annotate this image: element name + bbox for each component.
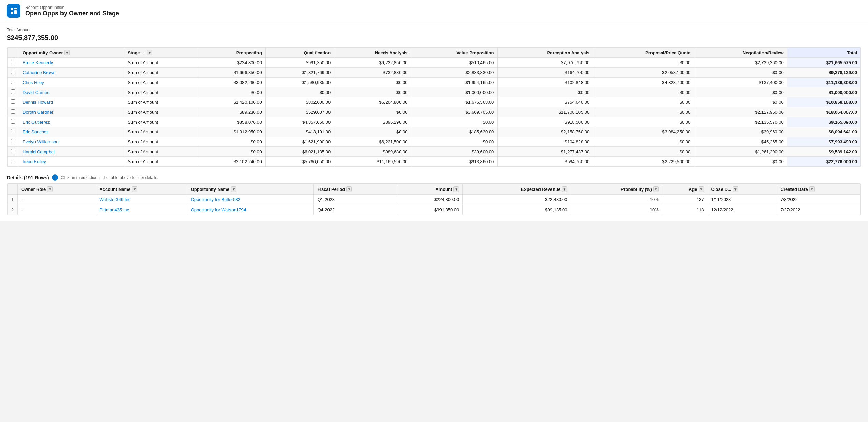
pivot-negotiation[interactable]: $2,739,360.00 (694, 58, 787, 68)
pivot-qualification[interactable]: $1,580,935.00 (265, 78, 334, 87)
pivot-needs-analysis[interactable]: $0.00 (334, 127, 411, 137)
pivot-perception-analysis[interactable]: $754,640.00 (498, 97, 593, 107)
pivot-negotiation[interactable]: $0.00 (694, 157, 787, 167)
pivot-prospecting[interactable]: $89,230.00 (197, 107, 265, 117)
pivot-proposal[interactable]: $0.00 (593, 137, 694, 147)
pivot-qualification[interactable]: $991,350.00 (265, 58, 334, 68)
pivot-needs-analysis[interactable]: $895,290.00 (334, 117, 411, 127)
pivot-needs-analysis[interactable]: $6,204,800.00 (334, 97, 411, 107)
pivot-owner[interactable]: Irene Kelley (19, 157, 124, 167)
pivot-row-checkbox[interactable] (8, 147, 19, 157)
pivot-prospecting[interactable]: $1,312,950.00 (197, 127, 265, 137)
created-date-filter-btn[interactable]: ▼ (809, 186, 815, 192)
pivot-perception-analysis[interactable]: $104,828.00 (498, 137, 593, 147)
close-date-filter-btn[interactable]: ▼ (733, 186, 738, 192)
pivot-owner[interactable]: Catherine Brown (19, 68, 124, 78)
pivot-owner[interactable]: Chris Riley (19, 78, 124, 87)
pivot-negotiation[interactable]: $39,960.00 (694, 127, 787, 137)
pivot-value-proposition[interactable]: $2,833,830.00 (411, 68, 498, 78)
pivot-prospecting[interactable]: $3,082,260.00 (197, 78, 265, 87)
pivot-negotiation[interactable]: $0.00 (694, 97, 787, 107)
detail-opportunity-name[interactable]: Opportunity for Butler582 (187, 195, 314, 205)
pivot-proposal[interactable]: $0.00 (593, 117, 694, 127)
pivot-value-proposition[interactable]: $0.00 (411, 117, 498, 127)
pivot-needs-analysis[interactable]: $9,222,850.00 (334, 58, 411, 68)
pivot-qualification[interactable]: $413,101.00 (265, 127, 334, 137)
pivot-perception-analysis[interactable]: $1,277,437.00 (498, 147, 593, 157)
pivot-prospecting[interactable]: $1,420,100.00 (197, 97, 265, 107)
age-filter-btn[interactable]: ▼ (699, 186, 704, 192)
pivot-row-checkbox[interactable] (8, 87, 19, 97)
pivot-value-proposition[interactable]: $913,860.00 (411, 157, 498, 167)
pivot-row-checkbox[interactable] (8, 117, 19, 127)
pivot-negotiation[interactable]: $1,261,290.00 (694, 147, 787, 157)
pivot-owner[interactable]: Eric Sanchez (19, 127, 124, 137)
pivot-total[interactable]: $8,094,641.00 (787, 127, 860, 137)
pivot-row-checkbox[interactable] (8, 58, 19, 68)
pivot-value-proposition[interactable]: $1,954,165.00 (411, 78, 498, 87)
pivot-needs-analysis[interactable]: $11,169,590.00 (334, 157, 411, 167)
pivot-qualification[interactable]: $5,766,050.00 (265, 157, 334, 167)
pivot-prospecting[interactable]: $2,102,240.00 (197, 157, 265, 167)
pivot-needs-analysis[interactable]: $0.00 (334, 107, 411, 117)
pivot-value-proposition[interactable]: $39,600.00 (411, 147, 498, 157)
pivot-value-proposition[interactable]: $510,465.00 (411, 58, 498, 68)
pivot-row-checkbox[interactable] (8, 107, 19, 117)
pivot-owner[interactable]: Eric Gutierrez (19, 117, 124, 127)
pivot-row-checkbox[interactable] (8, 78, 19, 87)
stage-filter-btn[interactable]: ▼ (147, 50, 152, 55)
pivot-qualification[interactable]: $1,821,769.00 (265, 68, 334, 78)
pivot-qualification[interactable]: $1,621,900.00 (265, 137, 334, 147)
pivot-needs-analysis[interactable]: $0.00 (334, 87, 411, 97)
pivot-qualification[interactable]: $4,357,660.00 (265, 117, 334, 127)
detail-account-name[interactable]: Webster349 Inc (96, 195, 187, 205)
pivot-value-proposition[interactable]: $1,000,000.00 (411, 87, 498, 97)
pivot-total[interactable]: $10,858,108.00 (787, 97, 860, 107)
pivot-total[interactable]: $9,165,090.00 (787, 117, 860, 127)
pivot-negotiation[interactable]: $0.00 (694, 87, 787, 97)
pivot-value-proposition[interactable]: $1,676,568.00 (411, 97, 498, 107)
account-name-filter-btn[interactable]: ▼ (132, 186, 137, 192)
pivot-total[interactable]: $7,993,493.00 (787, 137, 860, 147)
pivot-prospecting[interactable]: $1,666,850.00 (197, 68, 265, 78)
pivot-perception-analysis[interactable]: $102,848.00 (498, 78, 593, 87)
pivot-owner[interactable]: Evelyn Williamson (19, 137, 124, 147)
owner-role-filter-btn[interactable]: ▼ (47, 186, 53, 192)
pivot-total[interactable]: $9,589,142.00 (787, 147, 860, 157)
pivot-negotiation[interactable]: $45,265.00 (694, 137, 787, 147)
pivot-perception-analysis[interactable]: $918,500.00 (498, 117, 593, 127)
pivot-row-checkbox[interactable] (8, 97, 19, 107)
pivot-proposal[interactable]: $0.00 (593, 107, 694, 117)
pivot-perception-analysis[interactable]: $11,708,105.00 (498, 107, 593, 117)
pivot-owner[interactable]: Doroth Gardner (19, 107, 124, 117)
pivot-negotiation[interactable]: $2,135,570.00 (694, 117, 787, 127)
prob-filter-btn[interactable]: ▼ (653, 186, 659, 192)
pivot-qualification[interactable]: $6,021,135.00 (265, 147, 334, 157)
pivot-row-checkbox[interactable] (8, 68, 19, 78)
fiscal-filter-btn[interactable]: ▼ (346, 186, 352, 192)
pivot-total[interactable]: $1,000,000.00 (787, 87, 860, 97)
pivot-perception-analysis[interactable]: $7,976,750.00 (498, 58, 593, 68)
pivot-value-proposition[interactable]: $3,609,705.00 (411, 107, 498, 117)
pivot-total[interactable]: $21,665,575.00 (787, 58, 860, 68)
pivot-perception-analysis[interactable]: $164,700.00 (498, 68, 593, 78)
pivot-total[interactable]: $18,064,007.00 (787, 107, 860, 117)
pivot-row-checkbox[interactable] (8, 137, 19, 147)
pivot-qualification[interactable]: $0.00 (265, 87, 334, 97)
pivot-value-proposition[interactable]: $0.00 (411, 137, 498, 147)
pivot-proposal[interactable]: $0.00 (593, 58, 694, 68)
detail-opportunity-name[interactable]: Opportunity for Watson1794 (187, 205, 314, 215)
pivot-prospecting[interactable]: $0.00 (197, 87, 265, 97)
pivot-row-checkbox[interactable] (8, 157, 19, 167)
pivot-proposal[interactable]: $0.00 (593, 87, 694, 97)
owner-filter-btn[interactable]: ▼ (64, 50, 70, 55)
pivot-prospecting[interactable]: $858,070.00 (197, 117, 265, 127)
pivot-proposal[interactable]: $0.00 (593, 97, 694, 107)
pivot-proposal[interactable]: $2,229,500.00 (593, 157, 694, 167)
exp-rev-filter-btn[interactable]: ▼ (562, 186, 567, 192)
pivot-needs-analysis[interactable]: $732,880.00 (334, 68, 411, 78)
pivot-row-checkbox[interactable] (8, 127, 19, 137)
pivot-negotiation[interactable]: $2,127,960.00 (694, 107, 787, 117)
pivot-total[interactable]: $22,776,000.00 (787, 157, 860, 167)
detail-account-name[interactable]: Pittman435 Inc (96, 205, 187, 215)
